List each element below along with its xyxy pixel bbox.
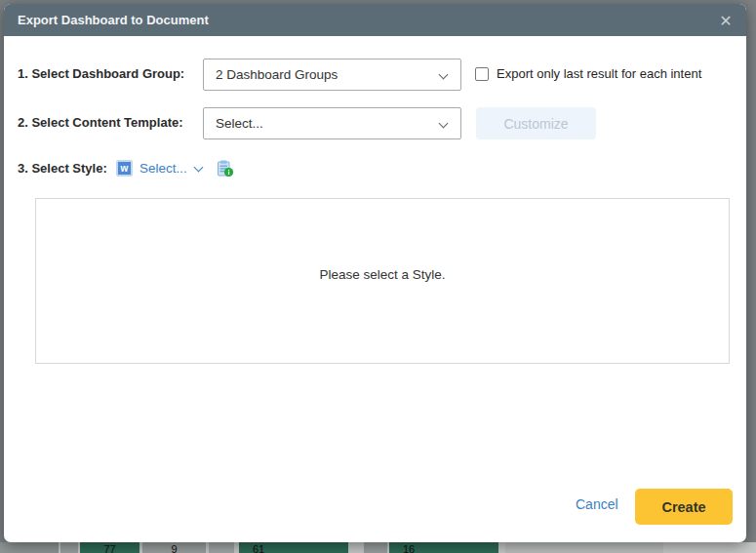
- word-document-icon: w: [116, 160, 133, 177]
- style-select-link[interactable]: Select...: [139, 161, 202, 176]
- content-template-value: Select...: [216, 116, 263, 131]
- style-info-clipboard-icon[interactable]: [216, 159, 234, 178]
- dialog-title: Export Dashboard to Document: [18, 13, 209, 27]
- style-panel-placeholder: Please select a Style.: [319, 267, 445, 282]
- style-select-value: Select...: [139, 161, 187, 176]
- background-table-cell: [364, 542, 387, 553]
- background-table-cell: [666, 542, 756, 553]
- background-table-cell: 77: [80, 542, 139, 553]
- background-table-cell: 16: [389, 542, 498, 553]
- dashboard-group-label: 1. Select Dashboard Group:: [18, 65, 184, 83]
- style-preview-panel: Please select a Style.: [35, 198, 730, 364]
- dialog-titlebar: Export Dashboard to Document: [4, 4, 746, 36]
- chevron-down-icon: [193, 162, 203, 172]
- export-last-result-label: Export only last result for each intent: [497, 66, 701, 82]
- dashboard-group-value: 2 Dashboard Groups: [216, 67, 338, 82]
- background-table-row: 7796116: [0, 542, 756, 553]
- style-label: 3. Select Style:: [18, 160, 107, 178]
- chevron-down-icon: [439, 119, 449, 129]
- cancel-button[interactable]: Cancel: [576, 496, 618, 512]
- background-table-cell: 9: [142, 542, 206, 553]
- export-last-result-checkbox[interactable]: [475, 67, 489, 81]
- content-template-label: 2. Select Content Template:: [18, 114, 183, 132]
- customize-button[interactable]: Customize: [476, 107, 596, 139]
- dashboard-group-select[interactable]: 2 Dashboard Groups: [203, 59, 461, 91]
- export-dashboard-dialog: Export Dashboard to Document ✕ 1. Select…: [4, 4, 746, 542]
- background-table-cell: [209, 542, 234, 553]
- create-button[interactable]: Create: [635, 489, 733, 525]
- background-table-cell: [60, 542, 78, 553]
- chevron-down-icon: [439, 70, 449, 80]
- content-template-select[interactable]: Select...: [203, 107, 461, 139]
- close-icon[interactable]: ✕: [714, 9, 737, 32]
- background-table-cell: 61: [239, 542, 348, 553]
- background-table-cell: [505, 542, 663, 553]
- background-table-cell: [0, 542, 59, 553]
